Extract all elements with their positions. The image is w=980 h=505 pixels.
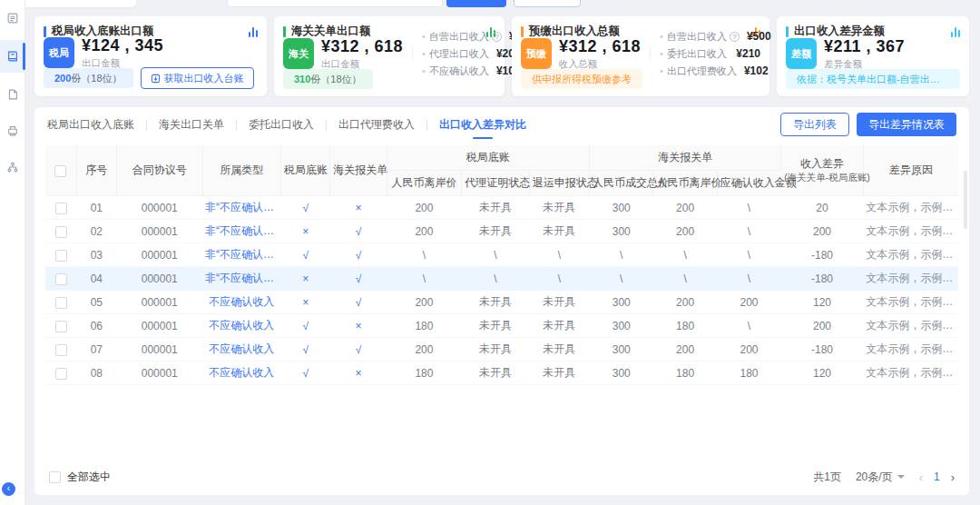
tab-separator xyxy=(326,120,327,131)
cell-tax-ledger-mark: √ xyxy=(281,243,330,267)
row-checkbox-cell xyxy=(45,267,76,291)
cell-contract: 000001 xyxy=(116,220,202,243)
sidebar-collapse-button[interactable]: ‹ xyxy=(2,482,15,496)
row-checkbox[interactable] xyxy=(55,226,67,238)
cell-customs-fob: 200 xyxy=(653,220,717,243)
cell-contract: 000001 xyxy=(116,338,202,361)
bar-chart-icon[interactable] xyxy=(249,26,259,37)
cell-type[interactable]: 非“不应确认收入” xyxy=(202,196,281,220)
row-checkbox[interactable] xyxy=(55,297,67,309)
cell-diff-reason: 文本示例，示例相关文本”文本“相关示例文... xyxy=(863,267,958,291)
cell-confirm-amount: \ xyxy=(717,267,780,291)
cell-tax-fob: 200 xyxy=(387,291,461,314)
total-pages-label: 共1页 xyxy=(813,470,841,485)
row-checkbox[interactable] xyxy=(55,250,67,262)
sidebar-item-ledger[interactable] xyxy=(0,40,25,73)
info-icon[interactable]: ? xyxy=(730,32,740,42)
select-all-label: 全部选中 xyxy=(67,470,111,485)
vertical-scrollbar[interactable] xyxy=(964,171,967,229)
cell-type[interactable]: 非“不应确认收入” xyxy=(202,243,281,267)
cell-seq: 01 xyxy=(76,196,116,220)
cell-tax-ledger-mark: √ xyxy=(281,338,330,361)
report-icon xyxy=(6,12,19,25)
cell-type[interactable]: 非“不应确认收入” xyxy=(202,267,281,291)
cell-seq: 08 xyxy=(76,361,116,385)
cell-return-status: 未开具 xyxy=(529,361,589,385)
cell-customs-fob: 180 xyxy=(653,361,717,385)
search-button[interactable] xyxy=(446,0,506,7)
cell-type[interactable]: 不应确认收入 xyxy=(202,291,281,314)
card-accent-bar xyxy=(786,26,789,37)
tab-entrusted-income[interactable]: 委托出口收入 xyxy=(249,117,314,142)
cell-diff-reason: 文本示例，示例相关文本”文本“相关示例文... xyxy=(863,220,958,243)
cell-tax-fob: \ xyxy=(387,267,461,291)
cell-type[interactable]: 不应确认收入 xyxy=(202,338,281,361)
row-checkbox[interactable] xyxy=(55,203,67,214)
cell-customs-fob: 200 xyxy=(653,291,717,314)
table-row: 08 000001 不应确认收入 √ × 180 未开具 未开具 300 180… xyxy=(45,361,958,385)
sidebar-item-org[interactable] xyxy=(0,153,25,182)
header-customs-decl: 海关报关单 xyxy=(330,145,387,196)
cell-income-diff: -180 xyxy=(781,267,864,291)
export-diff-button[interactable]: 导出差异情况表 xyxy=(857,113,956,136)
cell-customs-total: 300 xyxy=(590,338,653,361)
cell-contract: 000001 xyxy=(116,291,202,314)
cell-customs-decl-mark: √ xyxy=(330,291,387,314)
cell-agent-cert: \ xyxy=(462,267,529,291)
row-checkbox[interactable] xyxy=(55,321,67,332)
header-customs-fob: 人民币离岸价 xyxy=(653,171,717,196)
cell-agent-cert: 未开具 xyxy=(462,314,529,338)
difference-badge: 差额 xyxy=(786,38,817,69)
cell-agent-cert: 未开具 xyxy=(462,338,529,361)
header-checkbox[interactable] xyxy=(54,165,66,177)
cell-type[interactable]: 不应确认收入 xyxy=(202,314,281,338)
info-icon[interactable]: ? xyxy=(492,32,502,42)
cell-customs-total: 300 xyxy=(590,196,653,220)
cell-return-status: 未开具 xyxy=(529,338,589,361)
row-checkbox-cell xyxy=(45,196,76,220)
sidebar-item-report[interactable] xyxy=(0,4,25,33)
row-checkbox[interactable] xyxy=(55,273,67,285)
count-pill: 200份（18位） xyxy=(44,68,133,88)
tab-customs-decl[interactable]: 海关出口关单 xyxy=(159,117,224,142)
fetch-ledger-button[interactable]: 获取出口收入台账 xyxy=(141,67,254,89)
export-list-button[interactable]: 导出列表 xyxy=(780,113,849,136)
card-customs-export: 海关关单出口额 海关 ¥312 , 618 出口金额 •自营出口收入?¥700 … xyxy=(274,16,505,96)
org-tree-icon xyxy=(6,161,19,173)
detail-row: •自营出口收入?¥700 xyxy=(422,30,495,44)
cell-income-diff: 20 xyxy=(781,196,864,220)
current-page[interactable]: 1 xyxy=(934,470,940,483)
cell-confirm-amount: \ xyxy=(717,196,780,220)
search-input[interactable] xyxy=(227,0,443,7)
cell-diff-reason: 文本示例，示例相关文本”文本“相关示例文... xyxy=(863,361,958,385)
next-page-button[interactable]: › xyxy=(951,470,955,484)
cell-customs-decl-mark: × xyxy=(330,314,387,338)
sidebar-item-printer[interactable] xyxy=(0,116,25,145)
cell-type[interactable]: 非“不应确认收入” xyxy=(202,220,281,243)
cell-tax-fob: 180 xyxy=(387,314,461,338)
bar-chart-icon[interactable] xyxy=(951,26,961,37)
cell-tax-fob: 180 xyxy=(387,361,461,385)
cell-income-diff: 200 xyxy=(781,220,864,243)
cell-customs-decl-mark: × xyxy=(330,196,387,220)
header-tax-fob: 人民币离岸价 xyxy=(387,171,461,196)
reset-button[interactable] xyxy=(514,0,581,7)
select-all-checkbox[interactable] xyxy=(49,471,61,483)
tab-income-diff-compare[interactable]: 出口收入差异对比 xyxy=(439,117,526,142)
tab-agency-fee-income[interactable]: 出口代理费收入 xyxy=(338,117,415,142)
table-row: 03 000001 非“不应确认收入” √ √ \ \ \ \ \ \ -180… xyxy=(45,243,958,267)
cell-customs-fob: \ xyxy=(653,267,717,291)
cell-type[interactable]: 不应确认收入 xyxy=(202,361,281,385)
divider xyxy=(412,46,413,61)
card-tax-ledger-export: 税局收入底账出口额 税局 ¥124 , 345 出口金额 200份（18位） 获… xyxy=(34,16,267,96)
prev-page-button[interactable]: ‹ xyxy=(919,470,923,484)
tab-tax-ledger[interactable]: 税局出口收入底账 xyxy=(47,117,134,142)
row-checkbox[interactable] xyxy=(55,368,67,380)
table-row: 06 000001 不应确认收入 √ × 180 未开具 未开具 300 180… xyxy=(45,314,958,338)
row-checkbox-cell xyxy=(45,361,76,385)
top-left-widget[interactable] xyxy=(18,0,136,7)
table-footer: 全部选中 共1页 20条/页 ‹ 1 › xyxy=(34,459,969,495)
sidebar-item-invoice[interactable] xyxy=(0,80,25,109)
row-checkbox[interactable] xyxy=(55,344,67,356)
page-size-select[interactable]: 20条/页 xyxy=(856,470,905,485)
